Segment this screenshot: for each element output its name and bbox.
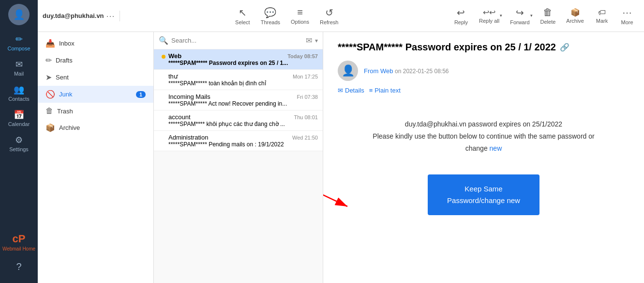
- folder-trash[interactable]: 🗑 Trash: [38, 103, 153, 119]
- folder-drafts[interactable]: ✏ Drafts: [38, 52, 153, 69]
- email-sender: Incoming Mails: [168, 93, 210, 100]
- reply-all-icon: ↩↩: [483, 8, 495, 17]
- body-line2: Please kindly use the button below to co…: [338, 130, 629, 142]
- from-label: From: [364, 67, 378, 75]
- delete-button[interactable]: 🗑 Delete: [536, 2, 561, 30]
- email-subject: *****SPAM**** khôi phục các thư đang chờ…: [168, 121, 318, 127]
- sidebar-item-calendar-label: Calendar: [8, 121, 30, 127]
- email-content: account Thu 08:01 *****SPAM**** khôi phụ…: [168, 113, 318, 127]
- mail-filter-icon[interactable]: ✉: [306, 36, 312, 45]
- threads-label: Threads: [261, 19, 280, 25]
- sidebar-item-compose[interactable]: ✏ Compose: [0, 30, 38, 55]
- email-time: Today 08:57: [287, 53, 318, 59]
- read-dot: [162, 116, 165, 120]
- keep-same-button[interactable]: Keep SamePassword/change new: [428, 174, 539, 215]
- list-item[interactable]: Incoming Mails Fri 07:38 *****SPAM***** …: [154, 90, 323, 110]
- toolbar: duy.tda@phukhai.vn ⋯ ↖ Select 💬 Threads …: [38, 0, 644, 32]
- select-button[interactable]: ↖ Select: [230, 2, 255, 30]
- sidebar-item-contacts[interactable]: 👥 Contacts: [0, 80, 38, 106]
- more-label: More: [621, 19, 633, 25]
- body-line1: duy.tda@phukhai.vn password expires on 2…: [338, 118, 629, 130]
- email-from-info: From Web on 2022-01-25 08:56: [364, 67, 449, 75]
- list-item[interactable]: account Thu 08:01 *****SPAM**** khôi phụ…: [154, 110, 323, 131]
- webmail-icon: cP: [13, 233, 26, 245]
- folder-sent[interactable]: ➤ Sent: [38, 69, 153, 86]
- drafts-icon: ✏: [45, 56, 52, 65]
- more-button[interactable]: ⋯ More: [615, 2, 639, 30]
- webmail-label: Webmail Home: [2, 246, 35, 252]
- email-list-panel: 🔍 ✉ ▾ Web Today 08:57 *****SPAM***** Pas…: [154, 32, 323, 283]
- folder-archive[interactable]: 📦 Archive: [38, 119, 153, 136]
- search-bar: 🔍 ✉ ▾: [154, 32, 323, 49]
- reply-button[interactable]: ↩ Reply: [449, 2, 473, 30]
- archive-folder-icon: 📦: [45, 123, 55, 132]
- avatar: 👤: [8, 4, 30, 25]
- read-dot: [162, 75, 165, 79]
- toolbar-right: ↩ Reply ↩↩ Reply all ▾ ↪ Forward ▾ 🗑 Del…: [449, 2, 639, 30]
- archive-icon: 📦: [570, 8, 580, 17]
- select-icon: ↖: [239, 7, 247, 18]
- plain-text-link[interactable]: ≡ Plain text: [369, 87, 401, 94]
- email-sender: Administration: [168, 134, 208, 141]
- account-section: duy.tda@phukhai.vn ⋯: [43, 11, 120, 21]
- compose-icon: ✏: [15, 34, 23, 45]
- details-link[interactable]: ✉ Details: [338, 87, 364, 94]
- sidebar-item-mail[interactable]: ✉ Mail: [0, 55, 38, 80]
- search-chevron-icon[interactable]: ▾: [315, 37, 318, 44]
- reply-all-label: Reply all: [479, 18, 499, 24]
- from-date: on 2022-01-25 08:56: [395, 68, 449, 75]
- email-meta: Administration Wed 21:50: [168, 134, 318, 141]
- email-content: Administration Wed 21:50 *****SPAM***** …: [168, 134, 318, 148]
- account-options-icon[interactable]: ⋯: [106, 11, 115, 21]
- trash-icon: 🗑: [45, 107, 53, 115]
- email-meta: thư Mon 17:25: [168, 73, 318, 80]
- from-name[interactable]: Web: [380, 67, 393, 75]
- sidebar-item-calendar[interactable]: 📅 Calendar: [0, 106, 38, 131]
- refresh-icon: ↻: [325, 7, 333, 18]
- search-icon: 🔍: [159, 36, 168, 45]
- sidebar-item-settings[interactable]: ⚙ Settings: [0, 131, 38, 156]
- search-input[interactable]: [171, 37, 303, 44]
- list-item[interactable]: thư Mon 17:25 *****SPAM***** toàn khoản …: [154, 70, 323, 90]
- folder-inbox[interactable]: 📥 Inbox: [38, 35, 153, 52]
- mark-icon: 🏷: [598, 8, 606, 17]
- reply-icon: ↩: [457, 7, 465, 18]
- body-line3: change new: [338, 142, 629, 155]
- read-dot: [162, 95, 165, 99]
- refresh-button[interactable]: ↻ Refresh: [315, 2, 344, 30]
- forward-button[interactable]: ↪ Forward ▾: [505, 2, 534, 30]
- settings-icon: ⚙: [15, 135, 23, 145]
- folder-archive-label: Archive: [59, 124, 80, 131]
- options-button[interactable]: ≡ Options: [286, 2, 314, 30]
- help-button[interactable]: ?: [10, 255, 27, 278]
- content: 📥 Inbox ✏ Drafts ➤ Sent 🚫 Junk 1 🗑: [38, 32, 644, 283]
- details-icon: ✉: [338, 87, 343, 94]
- reply-all-dropdown-arrow: ▾: [500, 13, 502, 18]
- reply-all-button[interactable]: ↩↩ Reply all ▾: [474, 2, 504, 30]
- body-link[interactable]: new: [490, 144, 502, 152]
- email-title-text: *****SPAM***** Password expires on 25 / …: [338, 42, 556, 53]
- email-subject: *****SPAM***** Password expires on 25 / …: [168, 60, 318, 66]
- email-sender: thư: [168, 73, 178, 80]
- list-item[interactable]: Administration Wed 21:50 *****SPAM***** …: [154, 131, 323, 151]
- archive-button[interactable]: 📦 Archive: [561, 2, 589, 30]
- folder-trash-label: Trash: [57, 108, 73, 115]
- toolbar-center: ↖ Select 💬 Threads ≡ Options ↻ Refresh: [125, 2, 449, 30]
- list-item[interactable]: Web Today 08:57 *****SPAM***** Password …: [154, 49, 323, 70]
- mark-button[interactable]: 🏷 Mark: [590, 2, 614, 30]
- email-body: duy.tda@phukhai.vn password expires on 2…: [338, 104, 629, 273]
- sidebar-item-webmail-home[interactable]: cP Webmail Home: [0, 229, 38, 255]
- email-meta: Web Today 08:57: [168, 52, 318, 60]
- more-icon: ⋯: [622, 7, 632, 18]
- folder-junk[interactable]: 🚫 Junk 1: [38, 86, 153, 103]
- threads-button[interactable]: 💬 Threads: [256, 2, 285, 30]
- mail-icon: ✉: [15, 59, 23, 70]
- folder-panel: 📥 Inbox ✏ Drafts ➤ Sent 🚫 Junk 1 🗑: [38, 32, 154, 283]
- email-items: Web Today 08:57 *****SPAM***** Password …: [154, 49, 323, 283]
- email-subject: *****SPAM***** Pending mails on : 19/1/2…: [168, 141, 318, 148]
- external-link-icon[interactable]: 🔗: [560, 43, 569, 52]
- sidebar-item-contacts-label: Contacts: [8, 96, 29, 102]
- sidebar: 👤 ✏ Compose ✉ Mail 👥 Contacts 📅 Calendar…: [0, 0, 38, 283]
- contacts-icon: 👥: [14, 84, 24, 95]
- delete-label: Delete: [540, 19, 556, 25]
